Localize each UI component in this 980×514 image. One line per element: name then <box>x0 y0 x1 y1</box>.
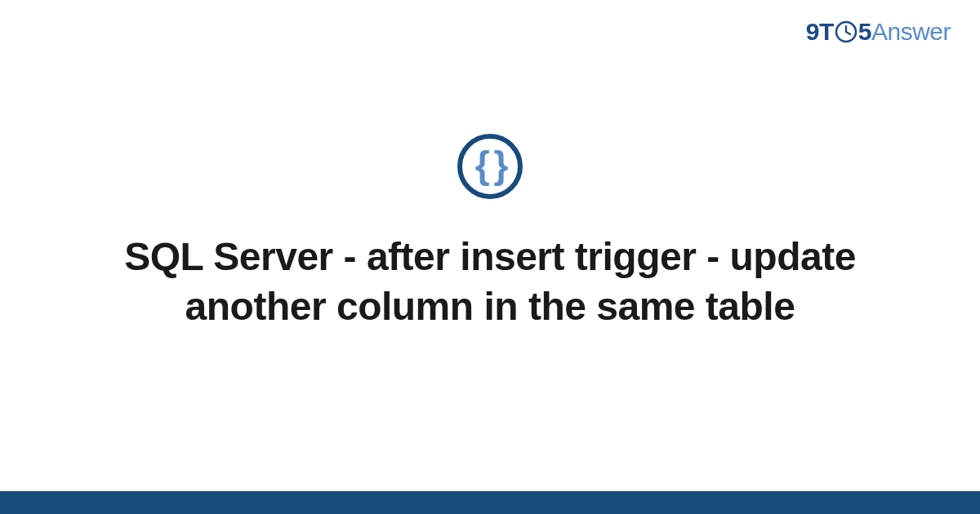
main-content: { } SQL Server - after insert trigger - … <box>0 0 980 490</box>
code-braces-icon: { } <box>457 134 523 199</box>
footer-bar <box>0 491 980 514</box>
page-title: SQL Server - after insert trigger - upda… <box>106 232 874 332</box>
braces-glyph: { } <box>475 146 506 184</box>
category-badge: { } <box>457 134 523 199</box>
